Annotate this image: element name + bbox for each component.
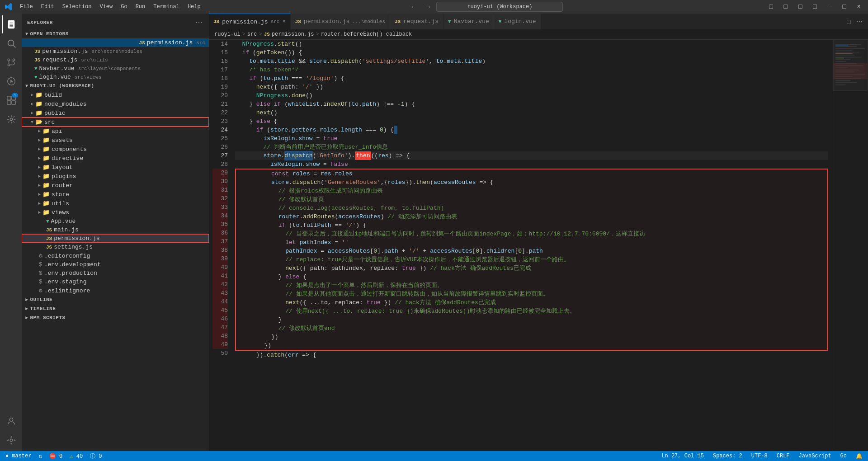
tree-node-modules[interactable]: ► 📁 node_modules	[22, 99, 209, 108]
js-file-icon: JS	[34, 57, 40, 63]
menu-go[interactable]: Go	[117, 3, 131, 11]
new-file-button[interactable]: ⋯	[194, 17, 203, 28]
vscode-logo	[5, 3, 13, 11]
folder-name: store	[52, 191, 69, 198]
tab-navbar[interactable]: ▼ Navbar.vue	[443, 14, 494, 29]
folder-arrow: ►	[38, 201, 41, 206]
open-editor-navbar[interactable]: ▼ Navbar.vue src\layout\components	[22, 64, 209, 73]
menu-view[interactable]: View	[96, 3, 116, 11]
breadcrumb-src[interactable]: src	[247, 31, 257, 38]
spaces[interactable]: Spaces: 2	[711, 453, 744, 459]
tree-views[interactable]: ► 📁 views	[22, 208, 209, 217]
tree-plugins[interactable]: ► 📁 plugins	[22, 172, 209, 181]
menu-help[interactable]: Help	[184, 3, 204, 11]
tab-label: Navbar.vue	[454, 18, 489, 25]
close-icon[interactable]: ×	[282, 19, 285, 25]
tree-eslintignore[interactable]: ⚙ .eslintignore	[22, 286, 209, 295]
tree-main-js[interactable]: JS main.js	[22, 226, 209, 234]
tree-router[interactable]: ► 📁 router	[22, 181, 209, 190]
tree-store[interactable]: ► 📁 store	[22, 190, 209, 199]
breadcrumb-file[interactable]: permission.js	[272, 31, 314, 38]
vue-file-icon: ▼	[34, 75, 38, 80]
tree-assets[interactable]: ► 📁 assets	[22, 136, 209, 145]
cursor-position[interactable]: Ln 27, Col 15	[660, 453, 706, 459]
code-line-27: store.dispatch('GetInfo').then((res) => …	[235, 151, 828, 160]
warning-count[interactable]: ⚠ 40	[68, 453, 85, 460]
tree-editorconfig[interactable]: ⚙ .editorconfig	[22, 251, 209, 260]
open-editors-section[interactable]: ▼ OPEN EDITORS	[22, 29, 209, 38]
open-editor-permission-modules[interactable]: JS permission.js src\store\modules	[22, 47, 209, 56]
breadcrumb-function[interactable]: router.beforeEach() callback	[321, 31, 412, 38]
workspace-section[interactable]: ▼ RUOYI-UI (WORKSPACE)	[22, 81, 209, 90]
git-branch[interactable]: ● master	[4, 453, 33, 459]
source-control-activity[interactable]	[2, 53, 20, 71]
info-icon: ⓘ	[90, 453, 95, 460]
menu-terminal[interactable]: Terminal	[150, 3, 183, 11]
breadcrumb-root[interactable]: ruoyi-ui	[214, 31, 241, 38]
back-button[interactable]: ←	[407, 2, 420, 12]
customize-layout[interactable]: □	[810, 2, 819, 11]
tree-components[interactable]: ► 📁 components	[22, 145, 209, 154]
outline-section[interactable]: ► OUTLINE	[22, 295, 209, 304]
menu-file[interactable]: File	[16, 3, 37, 11]
npm-scripts-section[interactable]: ► NPM SCRIPTS	[22, 313, 209, 322]
global-search[interactable]: ruoyi-ui (Workspace)	[436, 2, 563, 12]
account-activity[interactable]	[2, 412, 20, 430]
tab-login[interactable]: ▼ login.vue	[494, 14, 541, 29]
menu-selection[interactable]: Selection	[59, 3, 95, 11]
tree-public[interactable]: ► 📁 public	[22, 108, 209, 118]
tree-app-vue[interactable]: ▼ App.vue	[22, 217, 209, 226]
tab-request[interactable]: JS request.js	[390, 14, 443, 29]
sync-icon[interactable]: ⇅	[37, 453, 44, 460]
tree-utils[interactable]: ► 📁 utils	[22, 199, 209, 208]
menu-edit[interactable]: Edit	[38, 3, 58, 11]
code-line-14: NProgress.start()	[235, 40, 828, 48]
tree-api[interactable]: ► 📁 api	[22, 127, 209, 136]
forward-button[interactable]: →	[422, 2, 434, 12]
tree-env-prod[interactable]: $ .env.production	[22, 269, 209, 278]
minimize-window[interactable]: –	[825, 2, 834, 11]
split-editor[interactable]: □	[781, 2, 790, 11]
maximize-window[interactable]: □	[840, 2, 849, 11]
tree-src[interactable]: ▼ 📂 src	[22, 118, 209, 127]
minimap[interactable]	[832, 40, 868, 451]
open-editor-permission-src[interactable]: × JS permission.js src	[22, 38, 209, 47]
file-name: settings.js	[54, 244, 93, 250]
layout-toggle[interactable]: □	[766, 2, 775, 11]
menu-run[interactable]: Run	[132, 3, 149, 11]
run-activity[interactable]	[2, 72, 20, 90]
code-content[interactable]: NProgress.start() if (getToken()) { to.m…	[231, 40, 832, 451]
folder-name: api	[52, 128, 62, 135]
tree-permission-js[interactable]: JS permission.js	[22, 234, 209, 243]
tree-directive[interactable]: ► 📁 directive	[22, 154, 209, 163]
split-editor-button[interactable]: □	[845, 17, 853, 26]
explorer-activity[interactable]	[2, 15, 20, 33]
settings-activity[interactable]	[2, 431, 20, 449]
tree-build[interactable]: ► 📁 build	[22, 90, 209, 99]
code-line-40: next({ path: pathIndex, replace: true })…	[236, 264, 827, 273]
more-actions-button[interactable]: ⋯	[854, 17, 864, 26]
code-line-30: store.dispatch('GenerateRoutes',{roles})…	[236, 178, 827, 187]
tab-permission-src[interactable]: JS permission.js src ×	[209, 14, 291, 29]
notifications[interactable]: 🔔	[854, 453, 864, 460]
folder-arrow: ►	[38, 183, 41, 188]
line-ending[interactable]: CRLF	[775, 453, 792, 459]
close-window[interactable]: ×	[854, 2, 863, 11]
gitlens-activity[interactable]	[2, 110, 20, 128]
tree-env-dev[interactable]: $ .env.development	[22, 260, 209, 269]
tree-settings-js[interactable]: JS settings.js	[22, 243, 209, 251]
search-activity[interactable]	[2, 34, 20, 52]
timeline-section[interactable]: ► TIMELINE	[22, 304, 209, 313]
go-live[interactable]: Go	[839, 453, 849, 459]
tree-layout[interactable]: ► 📁 layout	[22, 163, 209, 172]
open-editor-login[interactable]: ▼ login.vue src\views	[22, 73, 209, 81]
tree-env-staging[interactable]: $ .env.staging	[22, 278, 209, 286]
encoding[interactable]: UTF-8	[750, 453, 769, 459]
info-count[interactable]: ⓘ 0	[88, 452, 104, 460]
extensions-activity[interactable]: 1	[2, 91, 20, 109]
language-mode[interactable]: JavaScript	[797, 453, 833, 459]
open-editor-request[interactable]: JS request.js src\utils	[22, 56, 209, 64]
layout-panels[interactable]: □	[796, 2, 805, 11]
tab-permission-modules[interactable]: JS permission.js ...\modules	[291, 14, 390, 29]
error-count[interactable]: ⛔ 0	[47, 453, 64, 460]
